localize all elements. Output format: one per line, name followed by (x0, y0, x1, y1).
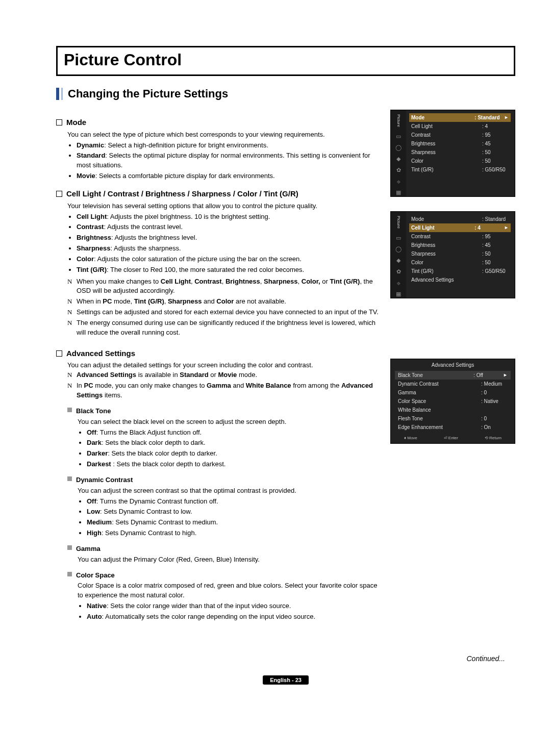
osd-row: Brightness: 45 (409, 139, 511, 148)
osd-row: Color: 50 (409, 258, 511, 267)
osd-panel-1: Picture ▭ ◯ ◆ ✿ ⎆ ▦ Mode: Standard►Cell … (390, 110, 515, 197)
list-item: Dark: Sets the black color depth to dark… (87, 438, 381, 448)
osd-row-label: Mode (411, 115, 424, 120)
osd-row: White Balance (395, 406, 511, 414)
osd-sidebar: Picture ▭ ◯ ◆ ✿ ⎆ ▦ (391, 110, 406, 196)
osd-sidebar: Picture ▭ ◯ ◆ ✿ ⎆ ▦ (391, 212, 406, 298)
channel-icon: ◆ (395, 156, 402, 163)
mode-intro: You can select the type of picture which… (67, 130, 381, 140)
list-item: Auto: Automatically sets the color range… (87, 612, 381, 622)
gamma-heading: Gamma (67, 544, 381, 554)
osd-row-label: Brightness (411, 242, 435, 248)
dyn-contrast-intro: You can adjust the screen contrast so th… (78, 486, 381, 496)
osd-adv-content: Black Tone: Off►Dynamic Contrast: Medium… (391, 371, 515, 434)
osd-row-label: Tint (G/R) (411, 268, 434, 274)
osd-row-value: : 0 (481, 390, 508, 395)
note: N When you make changes to Cell Light, C… (67, 277, 381, 296)
list-item: Low: Sets Dynamic Contrast to low. (87, 507, 381, 517)
list-item: Brightness: Adjusts the brightness level… (77, 233, 381, 243)
osd-row: Contrast: 95 (409, 232, 511, 241)
page-title: Picture Control (64, 51, 508, 69)
osd-row: Sharpness: 50 (409, 249, 511, 258)
mode-options: Dynamic: Select a high-definition pictur… (67, 141, 381, 181)
subtitle: Changing the Picture Settings (68, 87, 228, 100)
osd-row: Contrast: 95 (409, 131, 511, 139)
osd-advanced-panel: Advanced Settings Black Tone: Off►Dynami… (390, 359, 515, 444)
osd-row: Tint (G/R): G50/R50 (409, 165, 511, 174)
osd-row-value: : 50 (482, 158, 509, 164)
cspace-heading: Color Space (67, 571, 381, 581)
list-item: Off: Turns the Dynamic Contrast function… (87, 497, 381, 507)
box-bullet-icon (56, 119, 62, 125)
osd-row-value: : 0 (481, 416, 508, 421)
cspace-intro: Color Space is a color matrix composed o… (78, 581, 381, 600)
osd-row-value: : 45 (482, 242, 509, 248)
list-item: Darker: Sets the black color depth to da… (87, 449, 381, 459)
osd-row-label: Sharpness (411, 149, 436, 155)
osd-row: Black Tone: Off► (395, 371, 511, 380)
osd-row: Cell Light: 4 (409, 122, 511, 131)
osd-row-value: : G50/R50 (482, 268, 509, 274)
osd-row-label: Cell Light (411, 123, 433, 129)
black-tone-heading: Black Tone (67, 407, 381, 416)
square-bullet-icon (67, 408, 72, 412)
box-bullet-icon (56, 191, 62, 197)
osd-row-value: : 45 (482, 141, 509, 146)
osd-row: Advanced Settings (409, 275, 511, 284)
list-item: Sharpness: Adjusts the sharpness. (77, 244, 381, 254)
osd-tab: Picture (396, 112, 401, 129)
picture-icon: ▭ (395, 133, 402, 140)
osd-row: Dynamic Contrast: Medium (395, 380, 511, 388)
osd-row-value: : G50/R50 (482, 167, 509, 172)
picture-icon: ▭ (395, 235, 402, 242)
setup-icon: ✿ (395, 167, 402, 174)
osd-row: Mode: Standard► (409, 113, 511, 122)
osd-row-label: Color (411, 260, 423, 265)
osd-row: Tint (G/R): G50/R50 (409, 267, 511, 275)
sound-icon: ◯ (395, 144, 402, 152)
osd-row-value: : 50 (482, 260, 509, 265)
osd-row-label: Color Space (398, 398, 426, 404)
list-item: High: Sets Dynamic Contrast to high. (87, 528, 381, 538)
list-item: Standard: Selects the optimal picture di… (77, 151, 381, 170)
osd-row-value: : 95 (482, 234, 509, 239)
mode-heading: Mode (56, 117, 381, 128)
params-heading: Cell Light / Contrast / Brightness / Sha… (56, 188, 381, 199)
list-item: Native: Sets the color range wider than … (87, 601, 381, 611)
app-icon: ▦ (395, 189, 402, 196)
osd-row-label: Mode (411, 216, 424, 222)
note: N When in PC mode, Tint (G/R), Sharpness… (67, 297, 381, 307)
input-icon: ⎆ (395, 280, 402, 287)
osd-row-value: : Standard (474, 115, 501, 120)
title-box: Picture Control (56, 46, 515, 76)
cspace-options: Native: Sets the color range wider than … (78, 601, 381, 622)
note: N In PC mode, you can only make changes … (67, 381, 381, 400)
osd-row-label: Sharpness (411, 251, 436, 257)
osd-row-label: White Balance (398, 407, 431, 413)
sound-icon: ◯ (395, 246, 402, 253)
osd-footer: ♦ Move ⏎ Enter ⟲ Return (391, 434, 515, 443)
page-footer: English - 23 (56, 675, 515, 685)
osd-row: Cell Light: 4► (409, 223, 511, 232)
box-bullet-icon (56, 350, 62, 357)
list-item: Off: Turns the Black Adjust function off… (87, 428, 381, 438)
list-item: Contrast: Adjusts the contrast level. (77, 222, 381, 232)
square-bullet-icon (67, 572, 72, 576)
osd-column: Picture ▭ ◯ ◆ ✿ ⎆ ▦ Mode: Standard►Cell … (390, 110, 515, 624)
osd-row-value: : 4 (474, 225, 501, 231)
osd-row-value: : On (481, 424, 508, 430)
osd-content: Mode: Standard►Cell Light: 4Contrast: 95… (406, 110, 515, 196)
subtitle-row: Changing the Picture Settings (56, 87, 515, 100)
main-content: Mode You can select the type of picture … (56, 110, 381, 624)
osd-row: Color: 50 (409, 157, 511, 165)
note: NThe energy consumed during use can be s… (67, 318, 381, 338)
osd-row-label: Black Tone (398, 372, 423, 378)
osd-row-value: : 95 (482, 132, 509, 138)
accent-bar-light (61, 88, 63, 100)
osd-row-value: : Standard (482, 216, 509, 222)
setup-icon: ✿ (395, 268, 402, 275)
osd-row-label: Color (411, 158, 423, 164)
list-item: Dynamic: Select a high-definition pictur… (77, 141, 381, 150)
input-icon: ⎆ (395, 178, 402, 185)
params-intro: Your television has several setting opti… (67, 201, 381, 211)
